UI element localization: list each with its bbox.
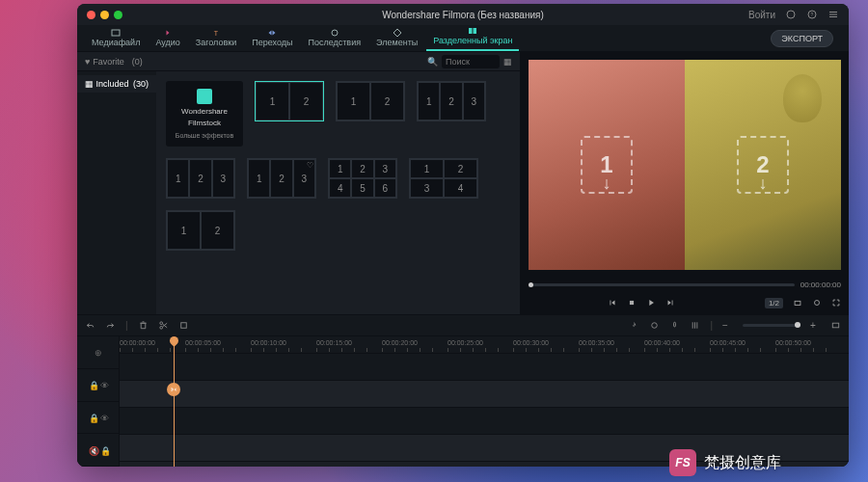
track-header-tools: ⊕ (77, 336, 119, 369)
export-button[interactable]: ЭКСПОРТ (771, 30, 833, 47)
timeline-toolbar: | | − + (77, 315, 849, 336)
drop-zone-1[interactable]: 1 (581, 136, 633, 194)
timeline-track[interactable] (120, 408, 849, 435)
timeline-track[interactable] (120, 381, 849, 408)
lock-icon[interactable]: 🔒 (89, 414, 96, 421)
split-template-2[interactable]: 123 (417, 81, 486, 121)
svg-point-11 (159, 326, 162, 329)
filmstock-card[interactable]: Wondershare Filmstock Больше эффектов (166, 81, 243, 147)
playhead[interactable] (174, 336, 175, 467)
menu-icon[interactable] (827, 9, 839, 20)
track-header-audio[interactable]: 🔇 🔒 (77, 434, 119, 467)
search-icon: 🔍 (427, 57, 438, 67)
favorite-count: (0) (132, 57, 143, 67)
tab-split-screen[interactable]: Разделенный экран (426, 21, 519, 51)
titlebar: Wondershare Filmora (Без названия) Войти… (77, 4, 849, 25)
minimize-button[interactable] (100, 11, 109, 19)
favorite-filter[interactable]: ♥ Favorite (85, 57, 124, 67)
split-template-5[interactable]: 123456 (328, 158, 397, 199)
tab-transitions[interactable]: Переходы (245, 23, 299, 51)
svg-point-10 (815, 301, 820, 306)
svg-rect-9 (795, 301, 800, 305)
visibility-icon[interactable]: 👁 (100, 414, 108, 421)
help-icon[interactable]: ? (806, 9, 818, 20)
search-input[interactable] (442, 55, 500, 68)
split-template-6[interactable]: 1234 (409, 158, 478, 199)
svg-rect-7 (474, 28, 477, 34)
preview-slot-2[interactable]: 2 (685, 60, 841, 270)
preview-scrubber[interactable] (529, 283, 795, 286)
window-title: Wondershare Filmora (Без названия) (382, 10, 544, 20)
timeline-tracks[interactable]: 00:00:00:0000:00:05:0000:00:10:0000:00:1… (120, 336, 849, 467)
undo-icon[interactable] (85, 320, 95, 331)
preview-slot-1[interactable]: 1 (529, 60, 685, 270)
filmstock-logo-icon (197, 89, 212, 104)
track-headers: ⊕ 🔒 👁 🔒 👁 🔇 🔒 (77, 336, 120, 467)
track-header-video[interactable]: 🔒 👁 (77, 369, 119, 402)
split-template-3[interactable]: 123 (166, 158, 235, 199)
track-header-video-2[interactable]: 🔒 👁 (77, 402, 119, 435)
timeline-ruler[interactable]: 00:00:00:0000:00:05:0000:00:10:0000:00:1… (120, 336, 849, 354)
quality-icon[interactable] (812, 298, 822, 308)
cut-icon[interactable] (158, 320, 169, 331)
maximize-button[interactable] (114, 11, 122, 19)
lock-icon[interactable]: 🔒 (100, 446, 108, 454)
stop-button[interactable] (627, 298, 637, 308)
tab-elements[interactable]: Элементы (369, 23, 424, 51)
record-icon[interactable] (649, 320, 660, 331)
tab-media[interactable]: Медиафайл (85, 23, 147, 51)
preview-viewport: 1 2 (529, 60, 841, 270)
svg-point-5 (332, 30, 338, 36)
grid-view-icon[interactable]: ▦ (503, 57, 512, 67)
split-template-0[interactable]: 12 (255, 81, 324, 121)
timecode: 00:00:00:00 (800, 281, 841, 289)
close-button[interactable] (87, 11, 95, 19)
timeline-panel: | | − + ⊕ 🔒 👁 (77, 314, 849, 467)
traffic-lights (87, 11, 122, 19)
timeline-track[interactable] (120, 354, 849, 381)
prev-frame-button[interactable] (608, 298, 617, 308)
tab-titles[interactable]: TЗаголовки (189, 23, 243, 51)
sidebar-item-included[interactable]: ▦ Included(30) (77, 75, 156, 93)
crop-icon[interactable] (178, 320, 189, 331)
zoom-fit-icon[interactable] (830, 320, 841, 331)
watermark-text: 梵摄创意库 (704, 453, 781, 473)
lock-icon[interactable]: 🔒 (89, 381, 96, 388)
zoom-slider[interactable] (743, 324, 800, 327)
login-link[interactable]: Войти (748, 10, 775, 20)
svg-rect-16 (832, 323, 838, 328)
svg-rect-3 (112, 30, 120, 36)
svg-rect-8 (630, 301, 634, 305)
voice-icon[interactable] (669, 320, 680, 331)
marker-icon[interactable] (629, 320, 639, 331)
tab-effects[interactable]: Последствия (301, 23, 367, 51)
visibility-icon[interactable]: 👁 (100, 381, 108, 388)
svg-point-0 (787, 11, 795, 18)
delete-icon[interactable] (138, 320, 149, 331)
play-button[interactable] (646, 298, 656, 308)
add-track-icon[interactable]: ⊕ (95, 348, 102, 356)
svg-text:?: ? (811, 12, 814, 17)
fullscreen-icon[interactable] (831, 298, 841, 308)
tab-audio[interactable]: Аудио (149, 23, 186, 51)
mute-icon[interactable]: 🔇 (89, 446, 96, 454)
svg-point-14 (652, 323, 658, 329)
mixer-icon[interactable] (690, 320, 700, 331)
heart-icon[interactable]: ♡ (307, 161, 313, 170)
snapshot-icon[interactable] (793, 298, 802, 308)
split-template-4[interactable]: 123♡ (247, 158, 316, 199)
zoom-level[interactable]: 1/2 (765, 298, 783, 308)
next-frame-button[interactable] (665, 298, 675, 308)
redo-icon[interactable] (105, 320, 116, 331)
library-panel: ♥ Favorite (0) 🔍 ▦ ▦ Included(30) (77, 52, 521, 314)
split-template-1[interactable]: 12 (336, 81, 405, 121)
zoom-in-icon[interactable]: + (810, 320, 821, 331)
preview-panel: 1 2 00:00:00:00 1/2 (521, 52, 849, 314)
svg-text:T: T (214, 30, 219, 37)
zoom-out-icon[interactable]: − (722, 320, 733, 331)
split-template-7[interactable]: 12 (166, 210, 235, 251)
notification-icon[interactable] (785, 9, 797, 20)
playback-controls: 1/2 (521, 291, 849, 314)
balloon-graphic (783, 74, 822, 122)
drop-zone-2[interactable]: 2 (737, 136, 789, 194)
